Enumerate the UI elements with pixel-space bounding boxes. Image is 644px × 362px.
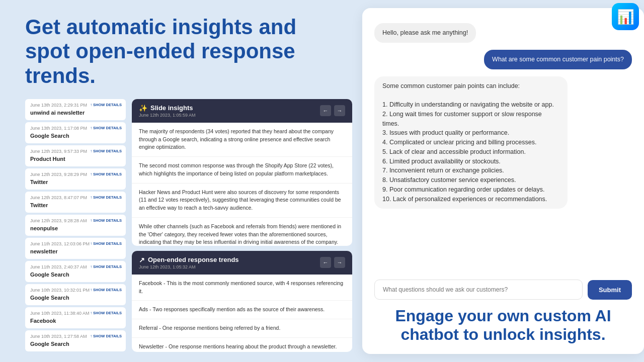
slide-insights-card: ✨ Slide insights June 12th 2023, 1:05:59… — [132, 99, 352, 246]
trend-paragraph: Facebook - This is the most commonly men… — [132, 275, 352, 301]
logo-icon: 📊 — [617, 9, 634, 25]
response-item[interactable]: ↑ SHOW DETAILS June 13th 2023, 1:17:08 P… — [25, 122, 126, 143]
show-details-btn[interactable]: ↑ SHOW DETAILS — [90, 218, 122, 223]
response-list: ↑ SHOW DETAILS June 13th 2023, 2:29:31 P… — [25, 99, 126, 352]
slide-insights-next-btn[interactable]: → — [334, 105, 345, 116]
response-source: Google Search — [30, 341, 69, 347]
openended-trends-header-left: ↗ Open-ended response trends June 12th 2… — [139, 256, 239, 269]
bottom-tagline-line1: Engage your own custom AI — [395, 307, 611, 325]
openended-trends-icon: ↗ — [139, 256, 145, 264]
response-item[interactable]: ↑ SHOW DETAILS June 12th 2023, 9:28:28 A… — [25, 215, 126, 236]
show-details-btn[interactable]: ↑ SHOW DETAILS — [90, 126, 122, 130]
chat-message-bot: Hello, please ask me anything! — [374, 23, 632, 43]
slide-insights-date: June 12th 2023, 1:05:59 AM — [139, 113, 196, 118]
slide-insights-icon: ✨ — [139, 104, 147, 112]
slide-insights-body: The majority of respondents (34 votes) r… — [132, 123, 352, 246]
show-details-btn[interactable]: ↑ SHOW DETAILS — [90, 195, 122, 200]
response-item[interactable]: ↑ SHOW DETAILS June 11th 2023, 12:03:06 … — [25, 238, 126, 259]
show-details-btn[interactable]: ↑ SHOW DETAILS — [90, 241, 122, 246]
openended-trends-body: Facebook - This is the most commonly men… — [132, 275, 352, 352]
insight-paragraph: The majority of respondents (34 votes) r… — [132, 123, 352, 157]
slide-insights-title: ✨ Slide insights — [139, 104, 196, 112]
insight-paragraph: The second most common response was thro… — [132, 157, 352, 184]
slide-insights-header: ✨ Slide insights June 12th 2023, 1:05:59… — [132, 99, 352, 123]
response-source: neonpulse — [30, 225, 58, 231]
insight-paragraph: Hacker News and Product Hunt were also s… — [132, 184, 352, 218]
response-item[interactable]: ↑ SHOW DETAILS June 11th 2023, 2:40:37 A… — [25, 261, 126, 282]
response-source: Product Hunt — [30, 156, 65, 162]
left-panel: Get automatic insights and spot open-end… — [0, 0, 362, 362]
response-source: Google Search — [30, 272, 69, 278]
show-details-btn[interactable]: ↑ SHOW DETAILS — [90, 288, 122, 292]
response-source: unwind ai newsletter — [30, 110, 85, 116]
openended-trends-nav: ← → — [320, 257, 345, 268]
bottom-tagline-line2: chatbot to unlock insights. — [400, 325, 605, 343]
openended-trends-title: ↗ Open-ended response trends — [139, 256, 239, 264]
slide-insights-nav: ← → — [320, 105, 345, 116]
show-details-btn[interactable]: ↑ SHOW DETAILS — [90, 149, 122, 153]
response-item[interactable]: ↑ SHOW DETAILS June 12th 2023, 9:57:33 P… — [25, 145, 126, 166]
chat-area: Hello, please ask me anything!What are s… — [374, 18, 632, 275]
slide-insights-header-left: ✨ Slide insights June 12th 2023, 1:05:59… — [139, 104, 196, 118]
trend-paragraph: Referral - One response mentions being r… — [132, 319, 352, 338]
response-item[interactable]: ↑ SHOW DETAILS June 10th 2023, 10:32:01 … — [25, 284, 126, 305]
chat-bubble: Some common customer pain points can inc… — [374, 76, 568, 209]
show-details-btn[interactable]: ↑ SHOW DETAILS — [90, 311, 122, 315]
show-details-btn[interactable]: ↑ SHOW DETAILS — [90, 172, 122, 176]
response-source: Twitter — [30, 179, 48, 185]
response-source: Google Search — [30, 295, 69, 301]
show-details-btn[interactable]: ↑ SHOW DETAILS — [90, 103, 122, 107]
response-item[interactable]: ↑ SHOW DETAILS June 10th 2023, 1:27:58 A… — [25, 330, 126, 351]
insight-paragraph: While other channels (such as Facebook a… — [132, 218, 352, 246]
openended-trends-card: ↗ Open-ended response trends June 12th 2… — [132, 251, 352, 352]
slide-insights-prev-btn[interactable]: ← — [320, 105, 331, 116]
chat-bubble: What are some common customer pain point… — [484, 50, 632, 69]
response-item[interactable]: ↑ SHOW DETAILS June 12th 2023, 9:28:29 P… — [25, 168, 126, 190]
openended-trends-date: June 12th 2023, 1:05:32 AM — [139, 264, 239, 269]
chat-message-user: What are some common customer pain point… — [374, 50, 632, 69]
logo-badge: 📊 — [612, 3, 639, 30]
show-details-btn[interactable]: ↑ SHOW DETAILS — [90, 334, 122, 338]
response-source: Twitter — [30, 202, 48, 208]
response-source: Facebook — [30, 318, 56, 324]
show-details-btn[interactable]: ↑ SHOW DETAILS — [90, 264, 122, 269]
content-area: ↑ SHOW DETAILS June 13th 2023, 2:29:31 P… — [25, 99, 352, 352]
response-source: Google Search — [30, 133, 69, 139]
response-item[interactable]: ↑ SHOW DETAILS June 10th 2023, 11:38:40 … — [25, 307, 126, 328]
trend-paragraph: Newsletter - One response mentions heari… — [132, 338, 352, 352]
response-item[interactable]: ↑ SHOW DETAILS June 13th 2023, 2:29:31 P… — [25, 99, 126, 120]
trend-paragraph: Ads - Two responses specifically mention… — [132, 301, 352, 319]
openended-trends-next-btn[interactable]: → — [334, 257, 345, 268]
headline: Get automatic insights and spot open-end… — [25, 15, 337, 88]
response-source: newsletter — [30, 248, 57, 254]
submit-button[interactable]: Submit — [588, 280, 632, 300]
openended-trends-prev-btn[interactable]: ← — [320, 257, 331, 268]
chat-bubble: Hello, please ask me anything! — [374, 23, 476, 43]
openended-trends-header: ↗ Open-ended response trends June 12th 2… — [132, 251, 352, 275]
chat-input-area: Submit — [374, 280, 632, 300]
chat-input[interactable] — [374, 280, 583, 300]
insights-panels: ✨ Slide insights June 12th 2023, 1:05:59… — [132, 99, 352, 352]
bottom-tagline: Engage your own custom AI chatbot to unl… — [374, 307, 632, 344]
response-item[interactable]: ↑ SHOW DETAILS June 12th 2023, 8:47:07 P… — [25, 192, 126, 213]
chat-message-bot: Some common customer pain points can inc… — [374, 76, 632, 209]
right-panel: 📊 Hello, please ask me anything!What are… — [362, 8, 644, 354]
